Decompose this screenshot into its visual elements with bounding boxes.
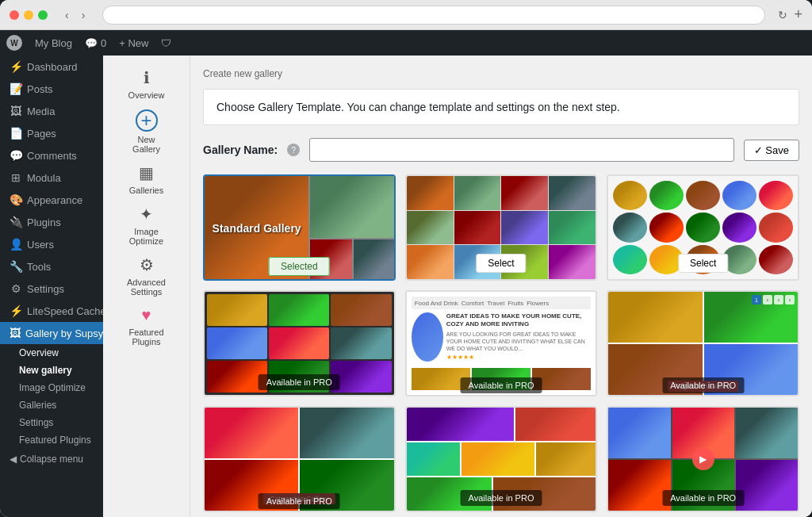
- sidebar-sub-new-gallery[interactable]: New gallery: [0, 362, 103, 379]
- gallery-name-row: Gallery Name: ? ✓ Save: [203, 138, 799, 162]
- templates-grid: Standard Gallery Selected: [203, 174, 799, 512]
- template-pagination[interactable]: 1 › › › Pagination Gallery Available in …: [607, 290, 799, 396]
- sidebar-item-label: Posts: [27, 83, 53, 95]
- template-justified-preview: Available in PRO: [407, 408, 596, 511]
- main-content: Create new gallery Choose Gallery Templa…: [190, 56, 812, 517]
- site-name-label: My Blog: [35, 37, 72, 49]
- reload-button[interactable]: ↻: [778, 9, 787, 21]
- main-wrapper: W My Blog 💬 0 + New 🛡 ⚡ Dashboard: [0, 30, 812, 517]
- template-categories[interactable]: Categories Gallery Available in PRO: [203, 406, 396, 512]
- sidebar-sub-featured-plugins[interactable]: Featured Plugins: [0, 431, 103, 449]
- template-blog[interactable]: Food And Drink Comfort Travel Fruits Flo…: [405, 290, 598, 396]
- sidebar-item-label: Settings: [27, 283, 64, 295]
- sidebar-item-label: Users: [27, 239, 54, 251]
- minimize-button[interactable]: [24, 10, 33, 20]
- plugin-nav-label: Galleries: [129, 186, 163, 195]
- sidebar-sub-settings[interactable]: Settings: [0, 414, 103, 431]
- template-slideshow[interactable]: ▶ Available in PRO: [607, 406, 799, 512]
- sidebar-item-label: Modula: [27, 172, 61, 184]
- template-justified[interactable]: Available in PRO: [405, 406, 598, 512]
- back-button[interactable]: ‹: [60, 7, 74, 23]
- shield-item[interactable]: 🛡: [161, 37, 171, 49]
- sidebar-item-tools[interactable]: 🔧 Tools: [0, 255, 103, 278]
- posts-icon: 📝: [10, 82, 22, 95]
- close-button[interactable]: [10, 10, 19, 20]
- sidebar-sub-galleries[interactable]: Galleries: [0, 396, 103, 414]
- sidebar-sub-image-optimize[interactable]: Image Optimize: [0, 379, 103, 396]
- sidebar-item-label: Plugins: [27, 216, 61, 228]
- sidebar: ⚡ Dashboard 📝 Posts 🖼 Media 📄 Pages 💬: [0, 56, 103, 517]
- template-circle[interactable]: Select: [607, 174, 799, 281]
- plugin-nav-featured-plugins[interactable]: ♥ FeaturedPlugins: [103, 301, 190, 351]
- sidebar-item-label: Pages: [27, 128, 56, 140]
- sidebar-item-litespeed[interactable]: ⚡ LiteSpeed Cache: [0, 300, 103, 322]
- gallery-name-label: Gallery Name:: [203, 144, 278, 156]
- appearance-icon: 🎨: [10, 193, 22, 206]
- wp-logo-item[interactable]: W: [6, 35, 22, 51]
- plugin-nav-new-gallery[interactable]: + NewGallery: [103, 105, 190, 159]
- tools-icon: 🔧: [10, 260, 22, 273]
- plugin-nav-image-optimize[interactable]: ✦ ImageOptimize: [103, 200, 190, 251]
- plugin-nav-label: AdvancedSettings: [127, 278, 166, 297]
- template-categories-preview: Categories Gallery Available in PRO: [205, 408, 394, 511]
- template-standard[interactable]: Standard Gallery Selected: [203, 174, 396, 281]
- plugin-nav-label: NewGallery: [132, 135, 160, 154]
- sidebar-item-appearance[interactable]: 🎨 Appearance: [0, 189, 103, 211]
- nav-buttons: ‹ ›: [60, 7, 90, 23]
- sidebar-item-gallery[interactable]: 🖼 Gallery by Supsystic: [0, 322, 103, 344]
- maximize-button[interactable]: [38, 10, 48, 20]
- media-icon: 🖼: [10, 105, 22, 117]
- site-name-item[interactable]: My Blog: [35, 37, 72, 49]
- help-icon[interactable]: ?: [287, 144, 300, 156]
- sidebar-item-posts[interactable]: 📝 Posts: [0, 78, 103, 100]
- save-button[interactable]: ✓ Save: [744, 140, 799, 161]
- collapse-menu[interactable]: ◀ Collapse menu: [0, 449, 103, 469]
- sidebar-item-settings[interactable]: ⚙ Settings: [0, 278, 103, 300]
- content-area: ⚡ Dashboard 📝 Posts 🖼 Media 📄 Pages 💬: [0, 56, 812, 517]
- dashboard-icon: ⚡: [10, 60, 22, 73]
- sidebar-item-pages[interactable]: 📄 Pages: [0, 122, 103, 144]
- traffic-lights: [10, 10, 48, 20]
- forward-button[interactable]: ›: [77, 7, 90, 23]
- overview-nav-icon: ℹ: [144, 68, 150, 87]
- selected-btn-standard[interactable]: Selected: [269, 257, 330, 276]
- template-mosaic[interactable]: Select: [405, 174, 598, 281]
- pro-badge-pagination: Available in PRO: [662, 377, 744, 393]
- sidebar-item-media[interactable]: 🖼 Media: [0, 100, 103, 122]
- collapse-label: Collapse menu: [20, 454, 83, 465]
- new-content-label: + New: [119, 37, 148, 49]
- sidebar-item-label: LiteSpeed Cache: [27, 305, 103, 317]
- breadcrumb: Create new gallery: [203, 68, 799, 79]
- sidebar-item-users[interactable]: 👤 Users: [0, 233, 103, 255]
- address-bar[interactable]: [102, 6, 765, 25]
- sidebar-item-plugins[interactable]: 🔌 Plugins: [0, 211, 103, 233]
- select-btn-circle[interactable]: Select: [678, 254, 728, 273]
- comments-item[interactable]: 💬 0: [85, 37, 106, 49]
- plugin-nav-label: ImageOptimize: [129, 227, 163, 246]
- comments-nav-icon: 💬: [10, 149, 22, 162]
- image-optimize-nav-icon: ✦: [140, 205, 153, 224]
- new-content-item[interactable]: + New: [119, 37, 148, 49]
- pro-badge-slideshow: Available in PRO: [662, 490, 744, 506]
- gallery-icon: 🖼: [10, 327, 21, 339]
- pro-badge-justified: Available in PRO: [461, 490, 542, 506]
- template-portfolio[interactable]: Available in PRO: [203, 290, 396, 396]
- window: ‹ › ↻ + W My Blog 💬 0 + New 🛡: [0, 0, 812, 517]
- template-mosaic-preview: Select: [407, 176, 596, 279]
- template-standard-preview: Standard Gallery Selected: [205, 176, 394, 279]
- plugin-nav-overview[interactable]: ℹ Overview: [103, 63, 190, 105]
- pro-badge-categories: Available in PRO: [259, 493, 340, 509]
- sidebar-item-dashboard[interactable]: ⚡ Dashboard: [0, 56, 103, 78]
- plugin-nav-galleries[interactable]: ▦ Galleries: [103, 159, 190, 200]
- wp-logo-icon: W: [6, 35, 22, 51]
- sidebar-item-comments[interactable]: 💬 Comments: [0, 144, 103, 167]
- modula-icon: ⊞: [10, 171, 22, 184]
- gallery-name-input[interactable]: [309, 138, 734, 162]
- sidebar-sub-overview[interactable]: Overview: [0, 344, 103, 362]
- pro-badge-blog: Available in PRO: [461, 377, 542, 393]
- select-btn-mosaic[interactable]: Select: [476, 254, 526, 273]
- new-tab-button[interactable]: +: [794, 6, 802, 23]
- title-bar: ‹ › ↻ +: [0, 0, 812, 30]
- sidebar-item-modula[interactable]: ⊞ Modula: [0, 167, 103, 189]
- plugin-nav-advanced-settings[interactable]: ⚙ AdvancedSettings: [103, 251, 190, 301]
